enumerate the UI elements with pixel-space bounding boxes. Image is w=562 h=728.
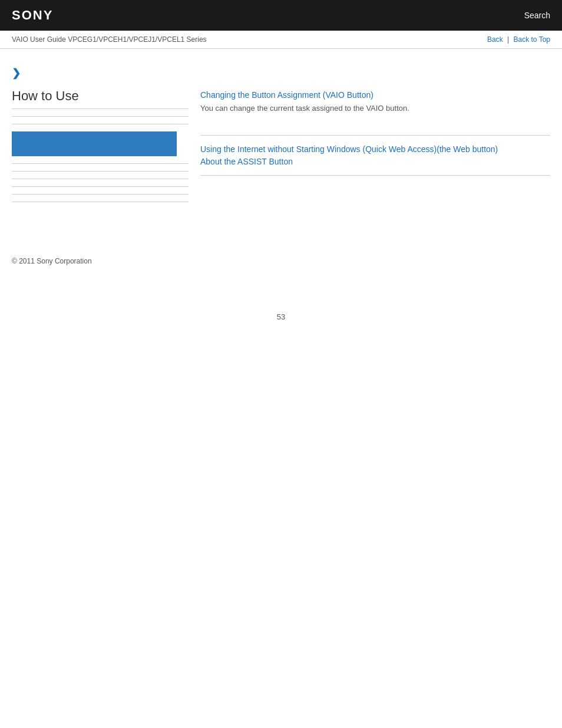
separator: | bbox=[507, 35, 511, 44]
content-link-2[interactable]: Using the Internet without Starting Wind… bbox=[200, 144, 550, 154]
sidebar-divider-5 bbox=[12, 179, 189, 179]
copyright-text: © 2011 Sony Corporation bbox=[12, 257, 92, 265]
content-link-1[interactable]: Changing the Button Assignment (VAIO But… bbox=[200, 90, 550, 100]
sidebar-divider-6 bbox=[12, 186, 189, 187]
sony-logo: SONY bbox=[12, 8, 53, 23]
back-to-top-link[interactable]: Back to Top bbox=[514, 35, 550, 44]
page-number: 53 bbox=[0, 312, 562, 321]
content-link-3[interactable]: About the ASSIST Button bbox=[200, 157, 550, 166]
sidebar: ❯ How to Use bbox=[12, 61, 189, 209]
content-area: Changing the Button Assignment (VAIO But… bbox=[200, 61, 550, 209]
sidebar-active-item[interactable] bbox=[12, 131, 177, 156]
main-content: ❯ How to Use Changing the Button Assignm… bbox=[0, 49, 562, 221]
sidebar-title: How to Use bbox=[12, 88, 189, 109]
nav-links: Back | Back to Top bbox=[487, 35, 550, 44]
sidebar-divider-1 bbox=[12, 116, 189, 117]
content-divider-1 bbox=[200, 135, 550, 136]
content-links-group: Using the Internet without Starting Wind… bbox=[200, 144, 550, 166]
search-button[interactable]: Search bbox=[524, 11, 550, 20]
sidebar-divider-7 bbox=[12, 194, 189, 195]
back-link[interactable]: Back bbox=[487, 35, 503, 44]
sidebar-divider-3 bbox=[12, 163, 189, 164]
content-item-1: Changing the Button Assignment (VAIO But… bbox=[200, 90, 550, 123]
content-desc-1: You can change the current task assigned… bbox=[200, 104, 409, 113]
sidebar-divider-2 bbox=[12, 124, 189, 124]
content-divider-2 bbox=[200, 175, 550, 176]
sidebar-arrow-icon[interactable]: ❯ bbox=[12, 67, 189, 80]
sidebar-divider-8 bbox=[12, 202, 189, 202]
header: SONY Search bbox=[0, 0, 562, 31]
sidebar-divider-4 bbox=[12, 171, 189, 172]
breadcrumb-text: VAIO User Guide VPCEG1/VPCEH1/VPCEJ1/VPC… bbox=[12, 35, 207, 44]
footer: © 2011 Sony Corporation bbox=[0, 245, 562, 277]
breadcrumb-bar: VAIO User Guide VPCEG1/VPCEH1/VPCEJ1/VPC… bbox=[0, 31, 562, 49]
